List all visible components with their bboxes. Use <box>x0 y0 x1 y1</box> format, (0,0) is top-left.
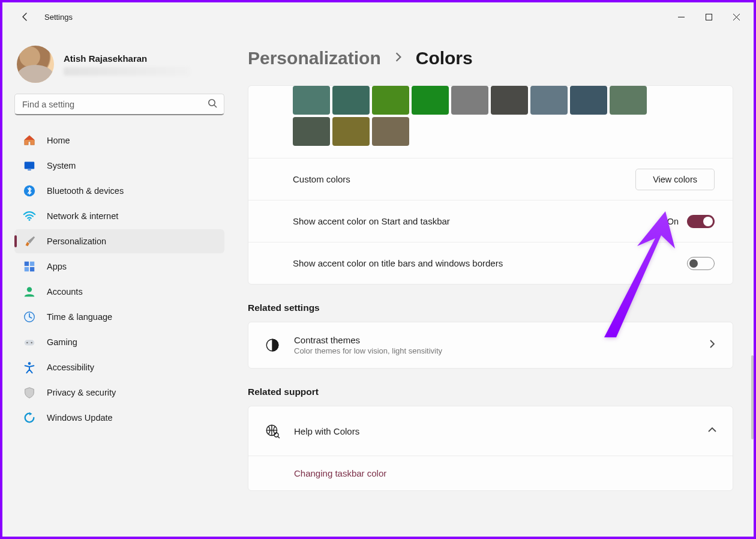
help-link-row: Changing taskbar color <box>248 456 733 490</box>
color-swatch[interactable] <box>293 117 330 146</box>
changing-taskbar-color-link[interactable]: Changing taskbar color <box>294 468 386 478</box>
svg-rect-2 <box>25 162 35 169</box>
svg-point-5 <box>29 219 31 221</box>
sidebar-item-apps[interactable]: Apps <box>14 254 224 279</box>
colors-card: Custom colors View colors Show accent co… <box>248 85 733 285</box>
sidebar-item-privacy[interactable]: Privacy & security <box>14 381 224 405</box>
search-input[interactable] <box>14 94 224 115</box>
sidebar-item-label: Network & internet <box>47 211 118 221</box>
svg-point-13 <box>26 342 28 343</box>
shield-icon <box>23 386 36 399</box>
color-swatch[interactable] <box>570 86 607 115</box>
breadcrumb-parent[interactable]: Personalization <box>248 48 381 68</box>
wifi-icon <box>23 209 36 223</box>
accent-start-taskbar-label: Show accent color on Start and taskbar <box>293 216 667 226</box>
paintbrush-icon <box>23 235 36 248</box>
contrast-themes-title: Contrast themes <box>294 335 707 345</box>
system-icon <box>23 159 36 172</box>
color-swatch[interactable] <box>451 86 488 115</box>
back-button[interactable] <box>17 8 34 25</box>
maximize-button[interactable] <box>695 7 722 26</box>
window-title: Settings <box>44 13 73 22</box>
svg-rect-0 <box>706 14 712 20</box>
profile-name: Atish Rajasekharan <box>64 53 190 64</box>
sidebar-item-time-language[interactable]: Time & language <box>14 305 224 329</box>
sidebar: Atish Rajasekharan Home System Bluetooth… <box>2 31 227 537</box>
home-icon <box>23 134 36 147</box>
custom-colors-label: Custom colors <box>293 174 635 184</box>
sidebar-item-label: Accessibility <box>47 363 94 372</box>
sidebar-item-label: Bluetooth & devices <box>47 186 124 196</box>
window-controls <box>667 7 750 26</box>
titlebar: Settings <box>2 2 754 31</box>
chevron-right-icon <box>393 52 404 65</box>
accent-titlebar-row: Show accent color on title bars and wind… <box>248 242 733 284</box>
color-swatch[interactable] <box>530 86 568 115</box>
accent-start-taskbar-row: Show accent color on Start and taskbar O… <box>248 200 733 242</box>
page-title: Colors <box>416 48 473 68</box>
toggle-state-label: On <box>667 217 679 226</box>
help-card: Help with Colors Changing taskbar color <box>248 406 733 491</box>
contrast-themes-sub: Color themes for low vision, light sensi… <box>294 346 707 355</box>
gaming-icon <box>23 336 36 349</box>
view-colors-button[interactable]: View colors <box>635 169 715 190</box>
sidebar-item-label: Apps <box>47 262 67 271</box>
contrast-themes-row[interactable]: Contrast themes Color themes for low vis… <box>248 322 733 369</box>
related-support-heading: Related support <box>248 387 733 397</box>
help-with-colors-header[interactable]: Help with Colors <box>248 406 733 456</box>
svg-rect-7 <box>30 262 34 266</box>
color-swatch[interactable] <box>412 86 449 115</box>
color-swatch[interactable] <box>372 117 409 146</box>
color-swatch[interactable] <box>491 86 528 115</box>
accent-start-taskbar-toggle[interactable] <box>687 215 715 228</box>
custom-colors-row: Custom colors View colors <box>248 158 733 200</box>
color-swatch[interactable] <box>332 117 370 146</box>
sidebar-item-gaming[interactable]: Gaming <box>14 330 224 354</box>
sidebar-item-accessibility[interactable]: Accessibility <box>14 355 224 379</box>
sidebar-item-label: System <box>47 161 76 170</box>
contrast-icon <box>264 337 281 354</box>
svg-point-15 <box>28 362 31 365</box>
breadcrumb: Personalization Colors <box>248 48 733 68</box>
chevron-right-icon <box>707 339 717 351</box>
sidebar-item-label: Time & language <box>47 312 112 322</box>
color-swatch[interactable] <box>610 86 647 115</box>
close-button[interactable] <box>722 7 750 26</box>
accessibility-icon <box>23 361 36 374</box>
svg-point-1 <box>209 100 215 106</box>
accent-titlebar-toggle[interactable] <box>687 257 715 270</box>
sidebar-item-network[interactable]: Network & internet <box>14 204 224 228</box>
svg-rect-6 <box>25 262 29 266</box>
related-settings-heading: Related settings <box>248 303 733 313</box>
help-title: Help with Colors <box>294 426 707 436</box>
sidebar-item-home[interactable]: Home <box>14 128 224 152</box>
bluetooth-icon <box>23 184 36 197</box>
profile-email-redacted <box>64 67 190 76</box>
chevron-up-icon <box>707 425 717 437</box>
minimize-button[interactable] <box>667 7 695 26</box>
color-swatch[interactable] <box>293 86 330 115</box>
sidebar-item-windows-update[interactable]: Windows Update <box>14 406 224 430</box>
color-swatch[interactable] <box>372 86 409 115</box>
sidebar-item-system[interactable]: System <box>14 154 224 178</box>
sidebar-item-personalization[interactable]: Personalization <box>14 229 224 253</box>
scrollbar[interactable] <box>751 355 754 439</box>
globe-search-icon <box>264 423 281 439</box>
sidebar-item-label: Privacy & security <box>47 388 116 397</box>
color-swatch[interactable] <box>332 86 370 115</box>
main-content: Personalization Colors Custom colors Vie… <box>227 31 754 537</box>
svg-rect-12 <box>25 340 35 345</box>
sidebar-item-label: Personalization <box>47 236 106 246</box>
accent-titlebar-label: Show accent color on title bars and wind… <box>293 258 687 268</box>
sidebar-item-label: Windows Update <box>47 413 113 423</box>
svg-rect-3 <box>28 169 31 170</box>
sidebar-item-label: Accounts <box>47 287 83 297</box>
accounts-icon <box>23 285 36 298</box>
sidebar-item-bluetooth[interactable]: Bluetooth & devices <box>14 179 224 203</box>
svg-rect-8 <box>25 267 29 271</box>
sidebar-item-accounts[interactable]: Accounts <box>14 280 224 304</box>
profile-block[interactable]: Atish Rajasekharan <box>14 43 227 94</box>
color-swatches <box>248 86 733 158</box>
sidebar-item-label: Home <box>47 136 70 145</box>
apps-icon <box>23 260 36 273</box>
